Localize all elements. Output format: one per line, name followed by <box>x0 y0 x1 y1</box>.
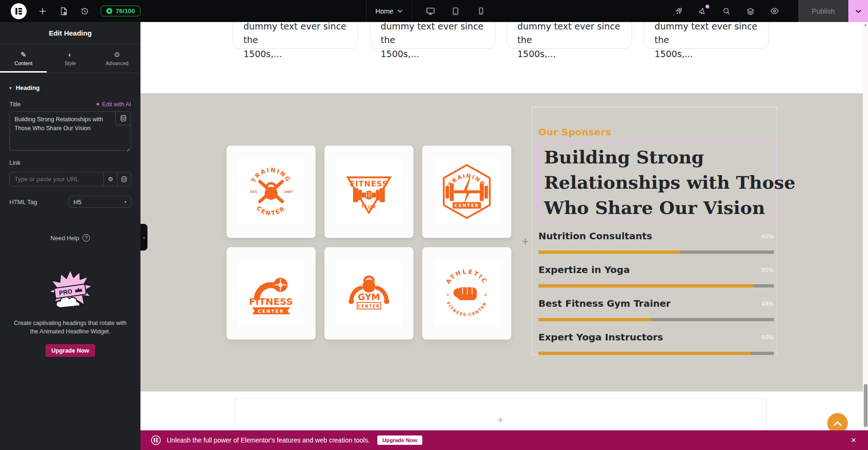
tab-advanced[interactable]: ⚙ Advanced <box>94 44 140 73</box>
link-url-input[interactable] <box>10 176 103 183</box>
skill-row[interactable]: Best Fitness Gym Trainer 48% <box>538 298 774 309</box>
link-input-wrap: ⚙ <box>9 172 131 186</box>
athletic-fitness-badge-logo: ATHLETIC FITNESS CENTER ★ ★ <box>434 260 500 326</box>
publish-button[interactable]: Publish <box>798 0 848 22</box>
svg-text:CLUB: CLUB <box>360 203 378 210</box>
section-heading-toggle[interactable]: ▾ Heading <box>0 73 140 98</box>
promo-caption: Create captivating headings that rotate … <box>12 319 129 336</box>
sponsor-logo-card[interactable]: FITNESS CENTER <box>227 247 316 339</box>
page-settings-icon[interactable] <box>59 6 69 16</box>
sponsor-logo-card[interactable]: TRAINING CENTER <box>422 146 511 238</box>
sponsor-logo-card[interactable]: FITNESS CLUB <box>324 146 413 238</box>
sponsor-logo-card[interactable]: TRAINING CENTER EST. 1987 <box>227 146 316 238</box>
gear-icon: ⚙ <box>114 51 120 58</box>
mobile-icon[interactable] <box>476 6 486 16</box>
html-tag-label: HTML Tag <box>9 199 37 206</box>
html-tag-select[interactable]: H5 ▾ <box>69 196 131 208</box>
title-field-row: Title ✦ Edit with AI <box>0 98 140 111</box>
add-template-icon[interactable] <box>37 6 48 16</box>
heading-line: Who Share Our Vision <box>544 195 775 221</box>
toolbar-left-cluster: 76/100 <box>11 0 140 22</box>
sponsor-logo-card[interactable]: ATHLETIC FITNESS CENTER ★ ★ <box>422 247 511 339</box>
dynamic-tags-button[interactable] <box>115 111 131 125</box>
svg-text:1987: 1987 <box>284 190 293 194</box>
skill-row[interactable]: Expertize in Yoga 91% <box>538 264 774 275</box>
editor-canvas: dummy text ever since the 1500s,... dumm… <box>140 0 868 450</box>
notification-dot <box>706 5 709 8</box>
structure-icon[interactable] <box>745 6 756 16</box>
skill-bar-fill <box>538 284 753 288</box>
text-card[interactable]: dummy text ever since the 1500s,... <box>507 19 632 49</box>
page-selector-dropdown[interactable]: Home <box>366 0 412 22</box>
sponsors-kicker: Our Sponsers <box>538 126 611 138</box>
checklist-score-badge[interactable]: 76/100 <box>101 6 140 16</box>
database-icon <box>121 176 127 183</box>
svg-text:FITNESS CENTER: FITNESS CENTER <box>446 301 488 317</box>
edit-panel: Edit Heading ✎ Content ◐ Style ⚙ Advance… <box>0 22 140 450</box>
scrollbar-thumb[interactable] <box>864 384 868 427</box>
banner-message: Unleash the full power of Elementor's fe… <box>167 436 370 444</box>
skill-bar <box>538 352 774 355</box>
title-textarea[interactable]: Building Strong Relationships with Those… <box>9 111 131 151</box>
tablet-icon[interactable] <box>450 6 461 16</box>
elementor-logo[interactable] <box>11 3 27 19</box>
svg-text:FITNESS: FITNESS <box>249 296 293 307</box>
page-selector-label: Home <box>375 7 394 15</box>
card-text: 1500s,... <box>517 47 621 61</box>
skill-row[interactable]: Nutrition Consultants 60% <box>538 230 774 242</box>
tab-content[interactable]: ✎ Content <box>0 44 47 73</box>
link-field-row: Link <box>0 153 140 170</box>
heading-line: Relationships with Those <box>544 170 775 195</box>
svg-text:EST.: EST. <box>250 190 257 194</box>
top-toolbar: 76/100 Home <box>0 0 868 22</box>
svg-text:ATHLETIC: ATHLETIC <box>444 268 489 285</box>
svg-text:CENTER: CENTER <box>255 205 287 217</box>
need-help-link[interactable]: Need Help ? <box>0 234 140 242</box>
text-card[interactable]: dummy text ever since the 1500s,... <box>233 19 358 49</box>
whats-new-icon[interactable] <box>698 6 708 16</box>
ai-link-label: Edit with AI <box>102 101 131 108</box>
text-card[interactable]: dummy text ever since the 1500s,... <box>644 19 769 49</box>
heading-widget-selected[interactable]: Building Strong Relationships with Those… <box>538 142 776 221</box>
skill-bar-fill <box>538 352 750 355</box>
pro-promo-illustration: PRO <box>47 269 94 316</box>
skill-bar-fill <box>538 318 651 321</box>
svg-text:CENTER: CENTER <box>358 304 380 309</box>
skill-percent: 90% <box>761 334 774 341</box>
scrollbar-up-arrow[interactable]: ▲ <box>863 22 868 28</box>
edit-with-ai-link[interactable]: ✦ Edit with AI <box>96 101 131 108</box>
help-icon: ? <box>82 234 90 242</box>
add-section-button[interactable]: + <box>494 414 507 426</box>
history-icon[interactable] <box>80 6 90 16</box>
database-icon <box>120 115 126 122</box>
sparkle-icon: ✦ <box>96 101 100 108</box>
desktop-icon[interactable] <box>425 6 435 16</box>
svg-text:GYM: GYM <box>358 292 380 302</box>
preview-icon[interactable] <box>769 6 780 16</box>
search-icon[interactable] <box>721 6 732 16</box>
banner-upgrade-button[interactable]: Upgrade Now <box>377 435 422 445</box>
rocket-icon[interactable] <box>674 6 684 16</box>
sidebar-upgrade-button[interactable]: Upgrade Now <box>45 344 95 357</box>
link-options-button[interactable]: ⚙ <box>103 172 117 186</box>
tab-style[interactable]: ◐ Style <box>47 44 94 73</box>
publish-options-dropdown[interactable] <box>848 0 868 22</box>
sponsor-logo-card[interactable]: GYM CENTER <box>324 247 413 339</box>
pencil-icon: ✎ <box>21 51 27 58</box>
skill-label: Nutrition Consultants <box>538 230 652 242</box>
close-banner-button[interactable]: × <box>846 430 861 450</box>
skill-bar <box>538 251 774 254</box>
html-tag-row: HTML Tag H5 ▾ <box>0 186 140 208</box>
tab-label: Style <box>65 60 76 66</box>
skill-row[interactable]: Expert Yoga Instructors 90% <box>538 332 774 343</box>
add-element-button[interactable]: + <box>520 236 531 247</box>
collapse-panel-handle[interactable]: ‹ <box>140 224 147 251</box>
text-card[interactable]: dummy text ever since the 1500s,... <box>370 19 495 49</box>
link-dynamic-tags-button[interactable] <box>117 172 131 186</box>
card-text: dummy text ever since the <box>655 20 758 47</box>
sponsors-section: TRAINING CENTER EST. 1987 FITNES <box>140 93 868 391</box>
gym-center-badge-logo: GYM CENTER <box>336 260 402 326</box>
section-title: Heading <box>16 84 40 91</box>
score-seal-icon <box>106 8 112 14</box>
card-text: dummy text ever since the <box>517 20 621 47</box>
